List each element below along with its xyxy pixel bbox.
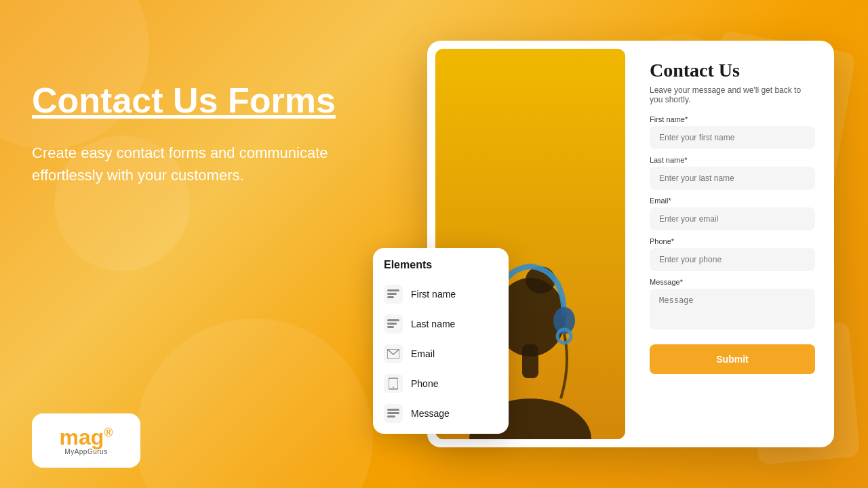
element-phone[interactable]: Phone [373,369,509,399]
last-name-group: Last name* [650,156,815,190]
elements-title: Elements [373,259,509,279]
message-label: Message* [650,278,815,286]
logo-box: mag® MyAppGurus [32,413,140,468]
last-name-label: Last name* [650,156,815,164]
phone-group: Phone* [650,237,815,271]
last-name-icon [384,314,403,333]
logo-super: ® [104,426,113,439]
form-title: Contact Us [650,60,815,81]
svg-rect-16 [387,412,399,414]
logo-subtext: MyAppGurus [64,448,107,455]
svg-point-14 [393,387,394,388]
first-name-icon [384,285,403,304]
element-email-label: Email [411,348,435,359]
logo-main: mag [59,425,104,449]
first-name-group: First name* [650,115,815,149]
email-group: Email* [650,197,815,230]
left-section: Contact Us Forms Create easy contact for… [32,81,337,186]
elements-panel: Elements First name Last name [373,248,509,434]
element-first-name-label: First name [411,289,456,300]
element-message[interactable]: Message [373,399,509,428]
element-last-name[interactable]: Last name [373,309,509,339]
card-container: Contact Us Leave your message and we'll … [373,41,834,447]
element-email[interactable]: Email [373,339,509,369]
svg-rect-8 [387,293,397,295]
last-name-input[interactable] [650,167,815,190]
page-description: Create easy contact forms and communicat… [32,142,337,186]
phone-icon [384,374,403,393]
svg-rect-12 [387,326,394,328]
svg-rect-9 [387,296,394,298]
logo-text: mag® [59,426,113,448]
phone-label: Phone* [650,237,815,245]
svg-rect-11 [387,323,397,325]
element-phone-label: Phone [411,378,438,389]
page-title: Contact Us Forms [32,81,337,120]
message-textarea[interactable] [650,289,815,329]
first-name-label: First name* [650,115,815,123]
form-subtitle: Leave your message and we'll get back to… [650,85,815,104]
message-icon [384,404,403,423]
message-group: Message* [650,278,815,332]
first-name-input[interactable] [650,126,815,149]
svg-rect-10 [387,319,399,321]
element-first-name[interactable]: First name [373,279,509,309]
email-input[interactable] [650,207,815,230]
form-panel: Contact Us Leave your message and we'll … [633,41,834,447]
email-label: Email* [650,197,815,205]
email-icon [384,344,403,363]
submit-button[interactable]: Submit [650,344,815,374]
phone-input[interactable] [650,248,815,271]
element-message-label: Message [411,408,450,419]
svg-rect-17 [387,415,395,418]
element-last-name-label: Last name [411,319,455,329]
svg-rect-15 [387,409,399,411]
svg-rect-7 [387,289,399,291]
